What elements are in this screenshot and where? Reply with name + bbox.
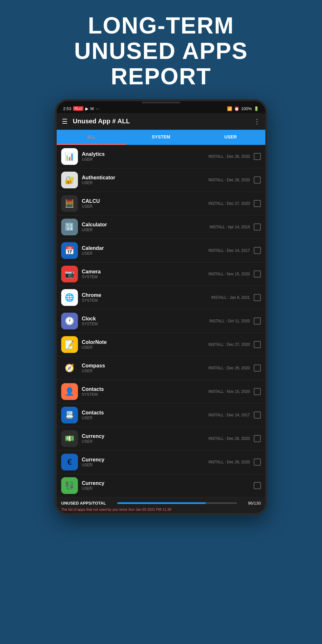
status-left: 2:53 RLo! ▶ M ···: [63, 106, 99, 111]
app-info: CALCU USER: [82, 198, 204, 209]
list-item: 💵 Currency USER INSTALL : Dec 26, 2020: [57, 427, 265, 450]
app-type: SYSTEM: [82, 275, 204, 279]
app-info: Currency USER: [82, 480, 246, 491]
app-checkbox[interactable]: [254, 270, 261, 278]
list-item: 🌐 Chrome SYSTEM INSTALL : Jan 8, 2021: [57, 286, 265, 309]
app-checkbox[interactable]: [254, 317, 261, 325]
app-info: Camera SYSTEM: [82, 269, 204, 279]
list-item: 🧭 Compass USER INSTALL : Dec 26, 2020: [57, 356, 265, 380]
app-install-date: INSTALL : Dec 27, 2020: [208, 201, 250, 206]
app-name: Camera: [82, 269, 204, 275]
app-icon: 🧭: [61, 360, 78, 376]
app-install-date: INSTALL : Dec 14, 2017: [208, 248, 250, 253]
list-item: 👤 Contacts SYSTEM INSTALL : Nov 15, 2020: [57, 380, 265, 403]
app-checkbox[interactable]: [254, 435, 261, 442]
status-bar: 2:53 RLo! ▶ M ··· 📶 ⏰ 100% 🔋: [57, 104, 265, 113]
app-name: Clock: [82, 316, 205, 322]
battery-icon: 🔋: [254, 106, 259, 111]
app-name: CALCU: [82, 198, 204, 204]
app-name: Currency: [82, 480, 246, 486]
app-type: SYSTEM: [82, 298, 207, 303]
list-item: 🔢 Calculator USER INSTALL : Apr 14, 2019: [57, 215, 265, 239]
app-checkbox[interactable]: [254, 412, 261, 419]
dots-icon: ···: [96, 106, 99, 111]
app-info: Analytics USER: [82, 151, 204, 162]
app-type: USER: [82, 204, 204, 209]
app-icon: 🔢: [61, 219, 78, 235]
battery-text: 100%: [241, 106, 252, 111]
unused-apps-label: UNUSED APPS/TOTAL: [61, 501, 106, 506]
app-type: USER: [82, 157, 204, 162]
app-icon: 🔐: [61, 172, 78, 188]
app-checkbox[interactable]: [254, 223, 261, 231]
app-type: USER: [82, 369, 204, 373]
app-info: Compass USER: [82, 363, 204, 373]
app-checkbox[interactable]: [254, 365, 261, 372]
status-time: 2:53: [63, 106, 71, 111]
progress-bar-bg: [117, 502, 237, 504]
list-item: 🕐 Clock SYSTEM INSTALL : Oct 11, 2020: [57, 309, 265, 333]
app-type: USER: [82, 228, 206, 232]
app-name: Chrome: [82, 292, 207, 298]
app-checkbox[interactable]: [254, 388, 261, 395]
more-options-icon[interactable]: ⋮: [254, 118, 260, 125]
app-icon: 💵: [61, 430, 78, 447]
app-icon: 📇: [61, 407, 78, 423]
bottom-message: The list of apps that not used by you si…: [61, 507, 261, 511]
list-item: 📊 Analytics USER INSTALL : Dec 26, 2020: [57, 145, 265, 168]
app-type: USER: [82, 439, 204, 444]
app-checkbox[interactable]: [254, 176, 261, 184]
app-checkbox[interactable]: [254, 294, 261, 301]
app-icon: 📅: [61, 242, 78, 259]
gmail-icon: M: [90, 106, 94, 111]
app-checkbox[interactable]: [254, 153, 261, 160]
tab-all[interactable]: ALL: [57, 130, 126, 145]
app-install-date: INSTALL : Dec 26, 2020: [208, 366, 250, 370]
app-install-date: INSTALL : Nov 15, 2020: [208, 272, 250, 276]
phone-frame: 2:53 RLo! ▶ M ··· 📶 ⏰ 100% 🔋 ☰ Unused Ap…: [55, 99, 267, 515]
tab-system[interactable]: SYSTEM: [126, 130, 196, 145]
list-item: 🧮 CALCU USER INSTALL : Dec 27, 2020: [57, 192, 265, 215]
app-icon: 🧮: [61, 195, 78, 212]
app-type: SYSTEM: [82, 392, 204, 397]
app-type: USER: [82, 463, 204, 467]
app-install-date: INSTALL : Dec 26, 2020: [208, 436, 250, 441]
app-install-date: INSTALL : Dec 27, 2020: [208, 342, 250, 347]
hamburger-icon[interactable]: ☰: [62, 118, 68, 125]
app-icon: 📊: [61, 148, 78, 165]
list-item: 📝 ColorNote USER INSTALL : Dec 27, 2020: [57, 333, 265, 356]
app-info: Authenticator USER: [82, 175, 204, 185]
app-info: Currency USER: [82, 457, 204, 467]
app-icon: 👤: [61, 383, 78, 400]
app-checkbox[interactable]: [254, 341, 261, 348]
app-info: Calendar USER: [82, 245, 204, 256]
app-type: SYSTEM: [82, 322, 205, 326]
app-icon: €: [61, 454, 78, 470]
app-info: Calculator USER: [82, 222, 206, 232]
list-item: 🔐 Authenticator USER INSTALL : Dec 26, 2…: [57, 168, 265, 192]
tab-user[interactable]: USER: [196, 130, 265, 145]
bottom-bar: UNUSED APPS/TOTAL 96/130 The list of app…: [57, 497, 265, 513]
app-checkbox[interactable]: [254, 247, 261, 254]
app-checkbox[interactable]: [254, 459, 261, 466]
apps-count: 96/130: [248, 501, 261, 506]
app-icon: 📷: [61, 266, 78, 282]
progress-bar-fill: [117, 502, 206, 504]
app-type: USER: [82, 251, 204, 256]
tab-bar: ALL SYSTEM USER: [57, 130, 265, 145]
app-install-date: INSTALL : Nov 15, 2020: [208, 389, 250, 394]
list-item: 📅 Calendar USER INSTALL : Dec 14, 2017: [57, 239, 265, 262]
status-right: 📶 ⏰ 100% 🔋: [227, 106, 259, 111]
app-install-date: INSTALL : Apr 14, 2019: [210, 225, 250, 229]
app-install-date: INSTALL : Dec 14, 2017: [208, 413, 250, 417]
notch-bar: [142, 102, 180, 103]
wifi-icon: 📶: [227, 106, 232, 111]
app-type: USER: [82, 345, 204, 350]
app-info: Contacts SYSTEM: [82, 386, 204, 397]
app-list: 📊 Analytics USER INSTALL : Dec 26, 2020 …: [57, 145, 265, 497]
app-checkbox[interactable]: [254, 482, 261, 489]
app-checkbox[interactable]: [254, 200, 261, 207]
rlog-icon: RLo!: [73, 106, 83, 111]
bottom-stats: UNUSED APPS/TOTAL 96/130: [61, 501, 261, 506]
app-icon: 📝: [61, 336, 78, 353]
